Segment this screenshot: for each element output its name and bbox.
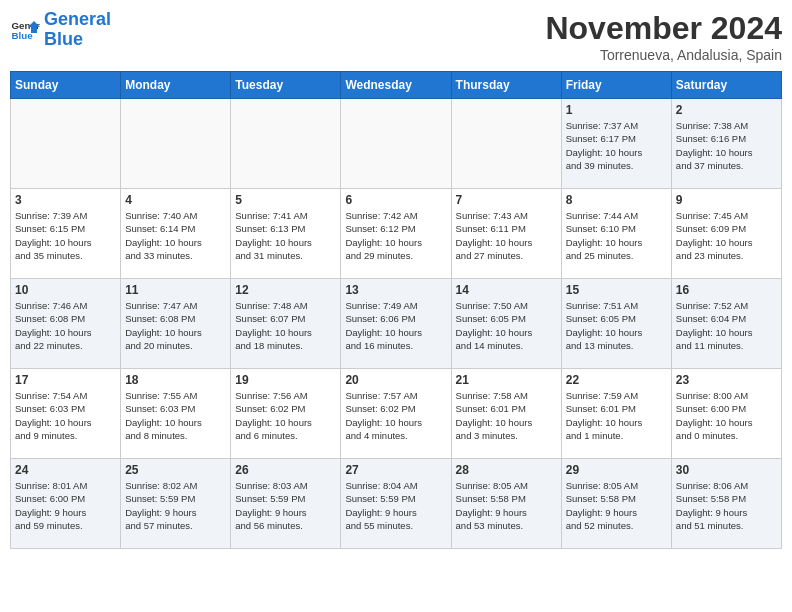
- day-number: 2: [676, 103, 777, 117]
- weekday-header-saturday: Saturday: [671, 72, 781, 99]
- calendar-cell: 11Sunrise: 7:47 AM Sunset: 6:08 PM Dayli…: [121, 279, 231, 369]
- calendar-cell: 17Sunrise: 7:54 AM Sunset: 6:03 PM Dayli…: [11, 369, 121, 459]
- day-info: Sunrise: 8:02 AM Sunset: 5:59 PM Dayligh…: [125, 479, 226, 532]
- day-number: 16: [676, 283, 777, 297]
- day-info: Sunrise: 7:37 AM Sunset: 6:17 PM Dayligh…: [566, 119, 667, 172]
- calendar-cell: 28Sunrise: 8:05 AM Sunset: 5:58 PM Dayli…: [451, 459, 561, 549]
- day-info: Sunrise: 8:04 AM Sunset: 5:59 PM Dayligh…: [345, 479, 446, 532]
- weekday-header-friday: Friday: [561, 72, 671, 99]
- day-number: 14: [456, 283, 557, 297]
- calendar-cell: [451, 99, 561, 189]
- day-number: 15: [566, 283, 667, 297]
- day-info: Sunrise: 7:55 AM Sunset: 6:03 PM Dayligh…: [125, 389, 226, 442]
- month-title: November 2024: [545, 10, 782, 47]
- calendar-cell: 10Sunrise: 7:46 AM Sunset: 6:08 PM Dayli…: [11, 279, 121, 369]
- day-number: 17: [15, 373, 116, 387]
- day-info: Sunrise: 7:47 AM Sunset: 6:08 PM Dayligh…: [125, 299, 226, 352]
- day-number: 5: [235, 193, 336, 207]
- calendar-cell: [121, 99, 231, 189]
- day-number: 1: [566, 103, 667, 117]
- day-number: 10: [15, 283, 116, 297]
- day-number: 11: [125, 283, 226, 297]
- day-number: 4: [125, 193, 226, 207]
- day-info: Sunrise: 7:46 AM Sunset: 6:08 PM Dayligh…: [15, 299, 116, 352]
- day-number: 24: [15, 463, 116, 477]
- calendar-cell: 18Sunrise: 7:55 AM Sunset: 6:03 PM Dayli…: [121, 369, 231, 459]
- calendar-cell: 23Sunrise: 8:00 AM Sunset: 6:00 PM Dayli…: [671, 369, 781, 459]
- calendar-cell: 12Sunrise: 7:48 AM Sunset: 6:07 PM Dayli…: [231, 279, 341, 369]
- day-number: 12: [235, 283, 336, 297]
- calendar-cell: 3Sunrise: 7:39 AM Sunset: 6:15 PM Daylig…: [11, 189, 121, 279]
- day-number: 13: [345, 283, 446, 297]
- weekday-header-tuesday: Tuesday: [231, 72, 341, 99]
- header: General Blue General Blue November 2024 …: [10, 10, 782, 63]
- weekday-header-thursday: Thursday: [451, 72, 561, 99]
- day-number: 20: [345, 373, 446, 387]
- weekday-header-monday: Monday: [121, 72, 231, 99]
- weekday-header-row: SundayMondayTuesdayWednesdayThursdayFrid…: [11, 72, 782, 99]
- calendar-cell: 1Sunrise: 7:37 AM Sunset: 6:17 PM Daylig…: [561, 99, 671, 189]
- title-block: November 2024 Torrenueva, Andalusia, Spa…: [545, 10, 782, 63]
- logo-general: General: [44, 9, 111, 29]
- week-row-1: 1Sunrise: 7:37 AM Sunset: 6:17 PM Daylig…: [11, 99, 782, 189]
- day-info: Sunrise: 7:42 AM Sunset: 6:12 PM Dayligh…: [345, 209, 446, 262]
- calendar-cell: 30Sunrise: 8:06 AM Sunset: 5:58 PM Dayli…: [671, 459, 781, 549]
- calendar-table: SundayMondayTuesdayWednesdayThursdayFrid…: [10, 71, 782, 549]
- calendar-cell: 21Sunrise: 7:58 AM Sunset: 6:01 PM Dayli…: [451, 369, 561, 459]
- day-info: Sunrise: 7:38 AM Sunset: 6:16 PM Dayligh…: [676, 119, 777, 172]
- calendar-cell: 4Sunrise: 7:40 AM Sunset: 6:14 PM Daylig…: [121, 189, 231, 279]
- calendar-cell: 22Sunrise: 7:59 AM Sunset: 6:01 PM Dayli…: [561, 369, 671, 459]
- calendar-cell: 2Sunrise: 7:38 AM Sunset: 6:16 PM Daylig…: [671, 99, 781, 189]
- day-number: 30: [676, 463, 777, 477]
- day-info: Sunrise: 7:45 AM Sunset: 6:09 PM Dayligh…: [676, 209, 777, 262]
- calendar-cell: 25Sunrise: 8:02 AM Sunset: 5:59 PM Dayli…: [121, 459, 231, 549]
- day-info: Sunrise: 7:56 AM Sunset: 6:02 PM Dayligh…: [235, 389, 336, 442]
- calendar-cell: 7Sunrise: 7:43 AM Sunset: 6:11 PM Daylig…: [451, 189, 561, 279]
- calendar-cell: 13Sunrise: 7:49 AM Sunset: 6:06 PM Dayli…: [341, 279, 451, 369]
- day-number: 3: [15, 193, 116, 207]
- day-info: Sunrise: 7:41 AM Sunset: 6:13 PM Dayligh…: [235, 209, 336, 262]
- day-info: Sunrise: 8:05 AM Sunset: 5:58 PM Dayligh…: [456, 479, 557, 532]
- logo-icon: General Blue: [10, 15, 40, 45]
- calendar-cell: [231, 99, 341, 189]
- calendar-cell: 24Sunrise: 8:01 AM Sunset: 6:00 PM Dayli…: [11, 459, 121, 549]
- calendar-cell: 8Sunrise: 7:44 AM Sunset: 6:10 PM Daylig…: [561, 189, 671, 279]
- day-info: Sunrise: 8:05 AM Sunset: 5:58 PM Dayligh…: [566, 479, 667, 532]
- weekday-header-sunday: Sunday: [11, 72, 121, 99]
- day-number: 28: [456, 463, 557, 477]
- day-number: 18: [125, 373, 226, 387]
- day-info: Sunrise: 8:06 AM Sunset: 5:58 PM Dayligh…: [676, 479, 777, 532]
- day-info: Sunrise: 8:00 AM Sunset: 6:00 PM Dayligh…: [676, 389, 777, 442]
- day-info: Sunrise: 7:44 AM Sunset: 6:10 PM Dayligh…: [566, 209, 667, 262]
- day-info: Sunrise: 8:01 AM Sunset: 6:00 PM Dayligh…: [15, 479, 116, 532]
- day-number: 21: [456, 373, 557, 387]
- calendar-cell: 20Sunrise: 7:57 AM Sunset: 6:02 PM Dayli…: [341, 369, 451, 459]
- calendar-cell: [11, 99, 121, 189]
- logo-blue: Blue: [44, 29, 83, 49]
- day-info: Sunrise: 7:39 AM Sunset: 6:15 PM Dayligh…: [15, 209, 116, 262]
- day-number: 9: [676, 193, 777, 207]
- day-info: Sunrise: 7:52 AM Sunset: 6:04 PM Dayligh…: [676, 299, 777, 352]
- day-number: 6: [345, 193, 446, 207]
- calendar-cell: [341, 99, 451, 189]
- day-number: 29: [566, 463, 667, 477]
- logo: General Blue General Blue: [10, 10, 111, 50]
- calendar-cell: 19Sunrise: 7:56 AM Sunset: 6:02 PM Dayli…: [231, 369, 341, 459]
- day-info: Sunrise: 7:51 AM Sunset: 6:05 PM Dayligh…: [566, 299, 667, 352]
- calendar-cell: 16Sunrise: 7:52 AM Sunset: 6:04 PM Dayli…: [671, 279, 781, 369]
- day-info: Sunrise: 7:59 AM Sunset: 6:01 PM Dayligh…: [566, 389, 667, 442]
- location-subtitle: Torrenueva, Andalusia, Spain: [545, 47, 782, 63]
- week-row-5: 24Sunrise: 8:01 AM Sunset: 6:00 PM Dayli…: [11, 459, 782, 549]
- calendar-cell: 9Sunrise: 7:45 AM Sunset: 6:09 PM Daylig…: [671, 189, 781, 279]
- day-number: 8: [566, 193, 667, 207]
- calendar-cell: 5Sunrise: 7:41 AM Sunset: 6:13 PM Daylig…: [231, 189, 341, 279]
- day-info: Sunrise: 7:50 AM Sunset: 6:05 PM Dayligh…: [456, 299, 557, 352]
- day-number: 23: [676, 373, 777, 387]
- day-info: Sunrise: 7:40 AM Sunset: 6:14 PM Dayligh…: [125, 209, 226, 262]
- day-info: Sunrise: 7:43 AM Sunset: 6:11 PM Dayligh…: [456, 209, 557, 262]
- week-row-3: 10Sunrise: 7:46 AM Sunset: 6:08 PM Dayli…: [11, 279, 782, 369]
- calendar-cell: 15Sunrise: 7:51 AM Sunset: 6:05 PM Dayli…: [561, 279, 671, 369]
- day-info: Sunrise: 8:03 AM Sunset: 5:59 PM Dayligh…: [235, 479, 336, 532]
- logo-text: General Blue: [44, 10, 111, 50]
- calendar-cell: 26Sunrise: 8:03 AM Sunset: 5:59 PM Dayli…: [231, 459, 341, 549]
